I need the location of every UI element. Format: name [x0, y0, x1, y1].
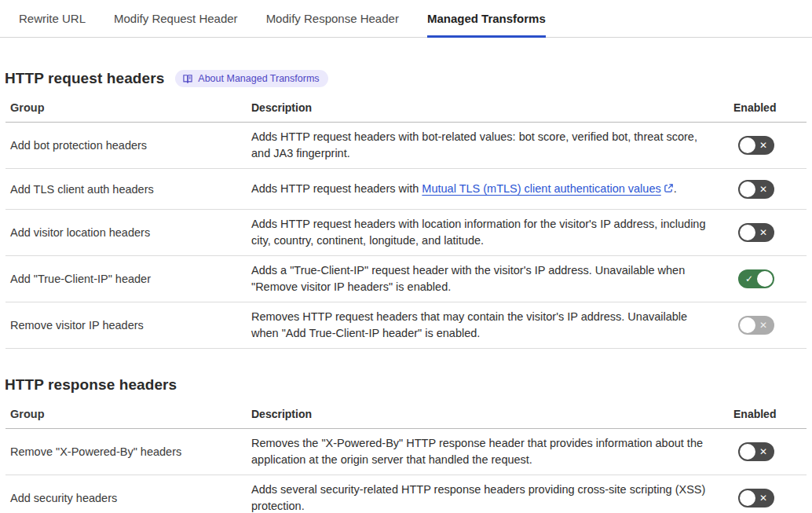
toggle-add-true-client-ip[interactable]: ✓	[738, 269, 774, 288]
row-group-label: Add visitor location headers	[5, 226, 251, 239]
toggle-knob	[740, 490, 755, 506]
row-description: Adds HTTP request headers with bot-relat…	[251, 129, 733, 162]
row-group-label: Add "True-Client-IP" header	[5, 273, 251, 285]
response-headers-table: Group Description Enabled Remove "X-Powe…	[5, 405, 807, 513]
toggle-knob	[740, 181, 755, 197]
table-row-remove-visitor-ip: Remove visitor IP headers Removes HTTP r…	[5, 302, 807, 349]
response-section-header: HTTP response headers	[5, 376, 812, 394]
row-group-label: Add TLS client auth headers	[5, 183, 251, 196]
mtls-link[interactable]: Mutual TLS (mTLS) client authentication …	[422, 182, 673, 195]
x-icon: ✕	[759, 447, 767, 456]
table-row-add-tls-client-auth: Add TLS client auth headers Adds HTTP re…	[5, 169, 807, 210]
check-icon: ✓	[745, 274, 753, 284]
toggle-knob	[740, 137, 755, 153]
row-group-label: Add security headers	[5, 492, 251, 504]
section-title-request: HTTP request headers	[5, 70, 164, 87]
tab-rewrite-url[interactable]: Rewrite URL	[19, 0, 86, 38]
request-headers-section: HTTP request headers About Managed Trans…	[0, 70, 812, 349]
description-text: .	[674, 182, 677, 195]
row-description: Adds a "True-Client-IP" request header w…	[251, 262, 733, 295]
tab-modify-request-header[interactable]: Modify Request Header	[114, 0, 238, 38]
table-row-add-true-client-ip: Add "True-Client-IP" header Adds a "True…	[5, 256, 807, 302]
row-description: Removes HTTP request headers that may co…	[251, 309, 733, 342]
table-row-add-visitor-location: Add visitor location headers Adds HTTP r…	[5, 210, 807, 256]
row-group-label: Add bot protection headers	[5, 139, 251, 152]
toggle-add-security-headers[interactable]: ✕	[738, 489, 774, 508]
table-header-row: Group Description Enabled	[5, 405, 807, 429]
response-headers-section: HTTP response headers Group Description …	[0, 376, 812, 513]
toggle-knob	[740, 225, 755, 240]
toggle-add-visitor-location[interactable]: ✕	[738, 223, 774, 242]
column-header-enabled: Enabled	[733, 408, 807, 420]
toggle-add-tls-client-auth[interactable]: ✕	[738, 180, 774, 199]
table-row-remove-x-powered-by: Remove "X-Powered-By" headers Removes th…	[5, 429, 807, 475]
column-header-enabled: Enabled	[733, 101, 807, 114]
section-title-response: HTTP response headers	[5, 376, 177, 394]
column-header-description: Description	[251, 101, 733, 114]
toggle-remove-x-powered-by[interactable]: ✕	[738, 442, 774, 461]
x-icon: ✕	[759, 321, 767, 330]
row-description: Adds HTTP request headers with Mutual TL…	[251, 181, 733, 197]
toggle-knob	[740, 444, 755, 460]
row-description: Removes the "X-Powered-By" HTTP response…	[251, 435, 733, 468]
request-headers-table: Group Description Enabled Add bot protec…	[5, 98, 807, 349]
column-header-description: Description	[251, 408, 733, 420]
row-group-label: Remove visitor IP headers	[5, 319, 251, 332]
column-header-group: Group	[5, 408, 251, 420]
toggle-add-bot-protection[interactable]: ✕	[738, 136, 774, 155]
badge-label: About Managed Transforms	[198, 73, 319, 84]
x-icon: ✕	[759, 493, 767, 503]
tab-modify-response-header[interactable]: Modify Response Header	[266, 0, 399, 38]
x-icon: ✕	[759, 185, 767, 194]
table-row-add-security-headers: Add security headers Adds several securi…	[5, 475, 807, 513]
description-text: Adds HTTP request headers with	[251, 182, 422, 195]
toggle-knob	[740, 317, 755, 333]
table-row-add-bot-protection: Add bot protection headers Adds HTTP req…	[5, 123, 807, 169]
tab-bar: Rewrite URL Modify Request Header Modify…	[0, 0, 812, 38]
toggle-knob	[757, 271, 773, 287]
about-managed-transforms-badge[interactable]: About Managed Transforms	[175, 70, 327, 87]
request-section-header: HTTP request headers About Managed Trans…	[5, 70, 812, 87]
external-link-icon	[664, 183, 674, 193]
book-icon	[182, 73, 193, 84]
toggle-remove-visitor-ip: ✕	[738, 316, 774, 335]
x-icon: ✕	[759, 228, 767, 237]
mtls-link-label: Mutual TLS (mTLS) client authentication …	[422, 182, 660, 195]
row-description: Adds several security-related HTTP respo…	[251, 482, 733, 513]
row-description: Adds HTTP request headers with location …	[251, 216, 733, 249]
column-header-group: Group	[5, 101, 251, 114]
row-group-label: Remove "X-Powered-By" headers	[5, 445, 251, 458]
tab-managed-transforms[interactable]: Managed Transforms	[427, 0, 546, 38]
x-icon: ✕	[759, 141, 767, 150]
table-header-row: Group Description Enabled	[5, 98, 807, 123]
